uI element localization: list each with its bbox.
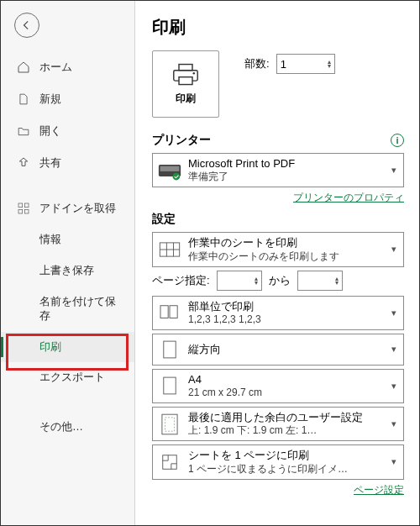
paper-size-select[interactable]: A4 21 cm x 29.7 cm ▾ (152, 369, 404, 403)
chevron-down-icon: ▾ (390, 381, 398, 392)
sidebar-item-open[interactable]: 開く (1, 115, 134, 147)
collate-sub: 1,2,3 1,2,3 1,2,3 (188, 313, 390, 326)
print-scope-select[interactable]: 作業中のシートを印刷 作業中のシートのみを印刷します ▾ (152, 232, 404, 266)
folder-open-icon (16, 124, 31, 139)
svg-rect-4 (179, 64, 192, 70)
chevron-down-icon: ▾ (390, 308, 398, 318)
chevron-down-icon: ▾ (390, 418, 398, 429)
share-icon (16, 155, 31, 171)
sidebar-item-more[interactable]: その他… (1, 412, 134, 443)
collate-title: 部単位で印刷 (188, 300, 390, 313)
sidebar-item-print[interactable]: 印刷 (1, 332, 134, 363)
spinner-icon[interactable]: ▴▾ (255, 276, 258, 285)
svg-rect-1 (24, 203, 29, 208)
svg-rect-9 (160, 166, 180, 171)
page-range-label: ページ指定: (152, 273, 210, 288)
copies-value: 1 (281, 58, 286, 71)
svg-rect-17 (164, 341, 176, 358)
svg-rect-21 (163, 455, 177, 470)
sidebar-item-new[interactable]: 新規 (1, 83, 134, 115)
chevron-down-icon: ▾ (390, 344, 398, 355)
printer-properties-link[interactable]: プリンターのプロパティ (293, 192, 404, 203)
fit-page-icon (158, 450, 181, 474)
sidebar-item-label: 開く (39, 124, 61, 139)
orientation-title: 縦方向 (188, 343, 390, 356)
svg-rect-18 (164, 377, 176, 394)
page-to-input[interactable]: ▴▾ (297, 271, 343, 291)
paper-title: A4 (188, 373, 390, 387)
info-icon[interactable]: i (391, 134, 404, 147)
orientation-select[interactable]: 縦方向 ▾ (152, 334, 404, 366)
sidebar-item-label: 新規 (39, 92, 61, 107)
margins-select[interactable]: 最後に適用した余白のユーザー設定 上: 1.9 cm 下: 1.9 cm 左: … (152, 407, 404, 441)
spinner-icon[interactable]: ▴▾ (328, 60, 331, 68)
printer-select[interactable]: Microsoft Print to PDF 準備完了 ▾ (152, 153, 404, 187)
sidebar-item-home[interactable]: ホーム (1, 51, 134, 83)
sidebar-item-export[interactable]: エクスポート (1, 362, 134, 393)
sidebar-item-label: 情報 (39, 233, 61, 247)
margins-sub: 上: 1.9 cm 下: 1.9 cm 左: 1… (188, 424, 390, 437)
back-button[interactable] (14, 13, 39, 38)
sidebar-item-label: ホーム (39, 60, 72, 75)
sidebar-item-label: 上書き保存 (39, 264, 94, 278)
scaling-select[interactable]: シートを 1 ページに印刷 1 ページに収まるように印刷イメ… ▾ (152, 444, 404, 479)
printer-status: 準備完了 (188, 171, 390, 183)
page-to-label: から (269, 273, 291, 288)
margins-icon (158, 413, 181, 436)
home-icon (16, 60, 31, 75)
svg-rect-2 (18, 209, 23, 213)
addins-icon (16, 201, 31, 216)
page-setup-link[interactable]: ページ設定 (354, 484, 404, 496)
chevron-down-icon: ▾ (390, 244, 398, 255)
copies-label: 部数: (244, 56, 270, 71)
sidebar-item-addins[interactable]: アドインを取得 (1, 192, 134, 224)
scope-sub: 作業中のシートのみを印刷します (188, 250, 390, 263)
portrait-icon (158, 338, 181, 361)
sidebar-item-label: アドインを取得 (39, 202, 116, 216)
scaling-sub: 1 ページに収まるように印刷イメ… (188, 463, 390, 476)
paper-icon (158, 374, 181, 397)
printer-icon (172, 63, 199, 87)
print-button[interactable]: 印刷 (152, 50, 219, 118)
svg-rect-0 (18, 203, 23, 208)
sidebar-item-info[interactable]: 情報 (1, 224, 134, 255)
paper-sub: 21 cm x 29.7 cm (188, 387, 390, 399)
copies-input[interactable]: 1 ▴▾ (276, 54, 335, 74)
printer-section-label: プリンター (152, 133, 211, 148)
sidebar-item-label: その他… (39, 420, 83, 434)
printer-name: Microsoft Print to PDF (188, 157, 390, 171)
new-file-icon (16, 92, 31, 107)
spinner-icon[interactable]: ▴▾ (335, 276, 339, 285)
svg-rect-6 (179, 76, 192, 84)
collate-icon (158, 301, 181, 324)
print-panel: 印刷 印刷 部数: 1 ▴▾ プリンター i (135, 1, 419, 525)
settings-section-label: 設定 (152, 212, 176, 227)
svg-point-10 (173, 172, 181, 180)
backstage-sidebar: ホーム 新規 開く 共有 アドインを取得 情報 上書き保存 (1, 1, 135, 525)
sidebar-item-save[interactable]: 上書き保存 (1, 255, 134, 287)
sidebar-item-label: 名前を付けて保存 (39, 295, 126, 323)
scope-title: 作業中のシートを印刷 (188, 236, 390, 250)
svg-rect-3 (24, 209, 29, 213)
chevron-down-icon: ▾ (390, 165, 398, 176)
sidebar-item-share[interactable]: 共有 (1, 147, 134, 179)
collate-select[interactable]: 部単位で印刷 1,2,3 1,2,3 1,2,3 ▾ (152, 296, 404, 330)
svg-rect-15 (160, 306, 168, 318)
sidebar-item-saveas[interactable]: 名前を付けて保存 (1, 287, 134, 332)
svg-point-7 (193, 71, 195, 73)
arrow-left-icon (21, 19, 33, 31)
sidebar-item-label: 印刷 (39, 340, 61, 355)
sidebar-item-label: エクスポート (39, 371, 105, 385)
margins-title: 最後に適用した余白のユーザー設定 (188, 411, 390, 424)
printer-device-icon (158, 159, 181, 182)
scaling-title: シートを 1 ページに印刷 (188, 449, 390, 462)
chevron-down-icon: ▾ (390, 456, 398, 467)
page-title: 印刷 (152, 16, 404, 39)
print-button-label: 印刷 (176, 92, 196, 106)
svg-rect-16 (170, 306, 177, 318)
page-from-input[interactable]: ▴▾ (217, 271, 262, 291)
sidebar-item-label: 共有 (39, 156, 61, 171)
sheet-grid-icon (158, 238, 181, 261)
